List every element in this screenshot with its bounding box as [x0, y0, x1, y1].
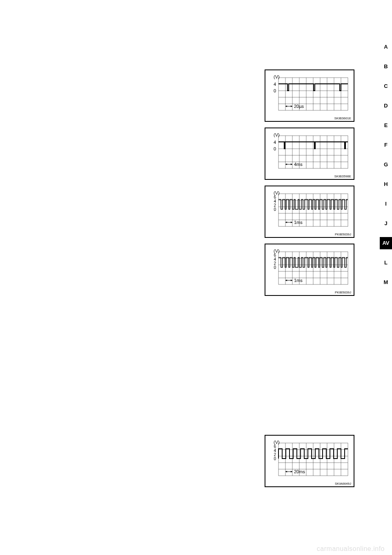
waveform-chart-5: (V) 6 4 2 0 20ms SKIA6649J: [265, 435, 354, 487]
chart-id-label: SKIB3598E: [334, 175, 351, 178]
tab-d[interactable]: D: [380, 100, 392, 112]
tab-h[interactable]: H: [380, 178, 392, 190]
svg-marker-67: [291, 280, 292, 281]
chart-id-label: PKIB5039J: [335, 233, 351, 236]
y-tick: 0: [274, 457, 276, 461]
svg-marker-50: [291, 222, 292, 223]
svg-marker-84: [291, 471, 292, 472]
svg-marker-83: [285, 471, 287, 472]
tab-i[interactable]: I: [380, 198, 392, 210]
y-unit-label: (V): [274, 74, 280, 79]
tab-j[interactable]: J: [380, 217, 392, 230]
timebase-label: 20ms: [294, 469, 305, 474]
tab-a[interactable]: A: [380, 41, 392, 53]
y-tick: 4: [274, 140, 276, 145]
waveform-chart-4: (V) 6 4 2 0 1ms PKIB5039J: [265, 244, 354, 296]
waveform-charts-top: (V) 4 0 20µs SKIB3601E (V) 4 0: [265, 69, 354, 302]
chart-id-label: SKIB3601E: [334, 116, 351, 120]
chart-id-label: PKIB5039J: [335, 291, 351, 294]
waveform-chart-2: (V) 4 0 4ms SKIB3598E: [265, 128, 354, 180]
y-tick: 0: [274, 265, 276, 270]
svg-marker-32: [285, 163, 287, 165]
tab-b[interactable]: B: [380, 60, 392, 73]
timebase-label: 20µs: [294, 104, 304, 109]
y-tick: 0: [274, 207, 276, 212]
waveform-chart-1: (V) 4 0 20µs SKIB3601E: [265, 69, 354, 122]
y-tick: 0: [274, 146, 276, 151]
svg-marker-33: [291, 163, 292, 165]
tab-m[interactable]: M: [380, 276, 392, 289]
tab-g[interactable]: G: [380, 159, 392, 171]
timebase-label: 4ms: [294, 162, 303, 167]
svg-marker-66: [285, 280, 287, 281]
section-index-tabs: A B C D E F G H I J AV L M: [380, 41, 392, 296]
tab-l[interactable]: L: [380, 257, 392, 269]
y-tick: 0: [274, 88, 276, 93]
tab-c[interactable]: C: [380, 80, 392, 92]
svg-marker-49: [285, 222, 287, 223]
chart-id-label: SKIA6649J: [335, 482, 351, 486]
timebase-label: 1ms: [294, 278, 303, 283]
svg-marker-16: [291, 105, 292, 107]
waveform-chart-3: (V) 6 4 2 0 1ms PKIB5039J: [265, 186, 354, 238]
svg-marker-15: [285, 105, 287, 107]
tab-e[interactable]: E: [380, 119, 392, 132]
watermark-text: carmanualsonline.info: [317, 545, 385, 553]
y-unit-label: (V): [274, 132, 280, 137]
waveform-charts-bottom: (V) 6 4 2 0 20ms SKIA6649J: [265, 435, 354, 493]
tab-f[interactable]: F: [380, 139, 392, 151]
tab-av[interactable]: AV: [380, 237, 392, 249]
y-tick: 4: [274, 82, 276, 87]
timebase-label: 1ms: [294, 220, 303, 225]
